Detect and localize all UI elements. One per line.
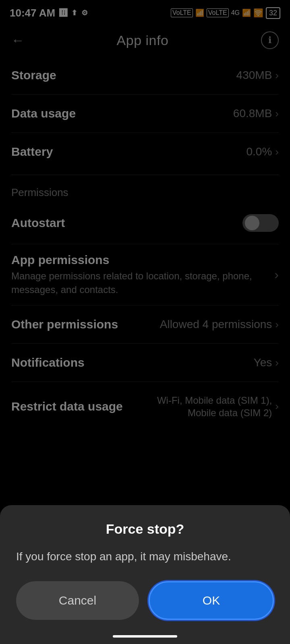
home-indicator (113, 635, 177, 638)
dialog-title: Force stop? (16, 521, 274, 537)
dialog-overlay: Force stop? If you force stop an app, it… (0, 0, 290, 644)
dialog-body: If you force stop an app, it may misbeha… (16, 548, 274, 565)
cancel-button[interactable]: Cancel (16, 581, 139, 620)
dialog-buttons: Cancel OK (16, 581, 274, 620)
ok-button[interactable]: OK (149, 581, 274, 620)
force-stop-dialog: Force stop? If you force stop an app, it… (0, 505, 290, 644)
